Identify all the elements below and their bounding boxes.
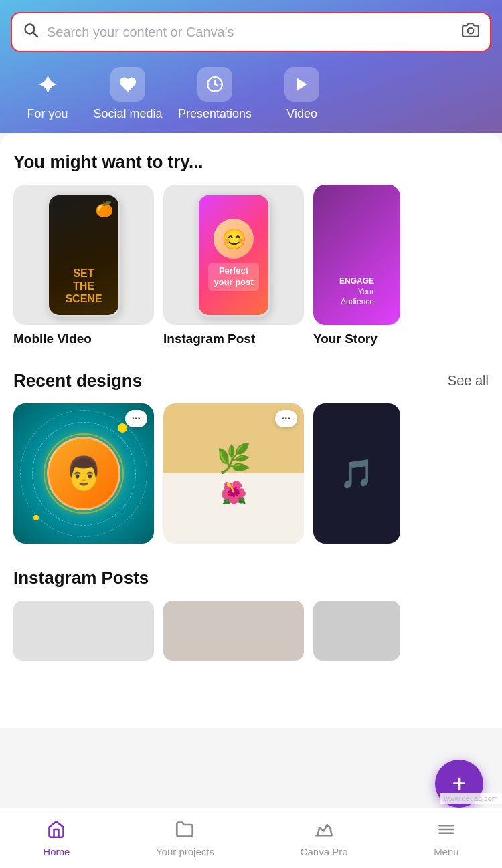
- tab-social-media[interactable]: Social media: [84, 67, 171, 133]
- search-placeholder: Search your content or Canva's: [47, 25, 454, 40]
- heart-icon: [110, 67, 145, 102]
- tab-for-you[interactable]: ✦ For you: [11, 67, 84, 133]
- recent-designs-title: Recent designs: [13, 370, 142, 391]
- tab-video[interactable]: Video: [258, 67, 345, 133]
- nav-canva-pro[interactable]: Canva Pro: [287, 815, 361, 863]
- nav-home-label: Home: [43, 846, 70, 857]
- main-content: You might want to try... 🍊 SET THE SCENE…: [0, 133, 502, 728]
- try-card-your-story[interactable]: ENGAGE Your Audience Your Story: [313, 185, 400, 346]
- header: Search your content or Canva's ✦ For you…: [0, 0, 502, 133]
- mobile-video-thumb: 🍊 SET THE SCENE: [13, 185, 154, 325]
- story-thumb: ENGAGE Your Audience: [313, 185, 400, 325]
- nav-menu-label: Menu: [434, 846, 459, 857]
- camera-icon[interactable]: [462, 21, 479, 43]
- tab-presentations-label: Presentations: [178, 107, 252, 121]
- mobile-video-label: Mobile Video: [13, 332, 92, 346]
- instagram-posts-title: Instagram Posts: [13, 568, 489, 588]
- search-bar[interactable]: Search your content or Canva's: [11, 12, 491, 52]
- mobile-video-mock: 🍊 SET THE SCENE: [47, 193, 120, 317]
- svg-line-1: [33, 33, 37, 37]
- bottom-nav: Home Your projects Canva Pro Menu: [0, 808, 502, 868]
- recent-card-2[interactable]: 🌿 🌺 ···: [163, 403, 304, 544]
- chart-icon: [197, 67, 232, 102]
- folder-icon: [175, 820, 194, 843]
- phone-frame-1: 🍊 SET THE SCENE: [47, 193, 120, 317]
- menu-icon: [437, 820, 456, 843]
- nav-home[interactable]: Home: [29, 815, 83, 863]
- tab-video-label: Video: [286, 107, 317, 121]
- play-icon: [284, 67, 319, 102]
- see-all-button[interactable]: See all: [448, 373, 489, 389]
- category-tabs: ✦ For you Social media Presentations: [11, 67, 491, 133]
- try-section-title: You might want to try...: [13, 152, 489, 173]
- instagram-post-label: Instagram Post: [163, 332, 255, 346]
- try-card-instagram-post[interactable]: 😊 Perfect your post Instagram Post: [163, 185, 304, 346]
- recent-card-bg-3: 🎵: [313, 403, 400, 544]
- instagram-post-thumb: 😊 Perfect your post: [163, 185, 304, 325]
- set-the-scene-text: SET THE SCENE: [65, 267, 102, 306]
- instagram-mock: 😊 Perfect your post: [197, 193, 270, 317]
- svg-point-2: [468, 28, 474, 34]
- recent-card-1-more[interactable]: ···: [125, 410, 147, 427]
- perfect-post-text: Perfect your post: [208, 263, 258, 291]
- tab-social-media-label: Social media: [93, 107, 162, 121]
- svg-marker-4: [297, 78, 307, 91]
- nav-menu[interactable]: Menu: [420, 815, 473, 863]
- tab-presentations[interactable]: Presentations: [171, 67, 258, 133]
- your-story-label: Your Story: [313, 332, 378, 346]
- nav-projects[interactable]: Your projects: [143, 815, 228, 863]
- fruit-icon: 🍊: [95, 201, 113, 218]
- recent-card-1[interactable]: 👨 ···: [13, 403, 154, 544]
- insta-phone: 😊 Perfect your post: [197, 193, 270, 317]
- recent-card-3[interactable]: 🎵: [313, 403, 400, 544]
- search-icon: [23, 22, 39, 42]
- crown-icon: [315, 820, 333, 843]
- tab-for-you-label: For you: [27, 107, 68, 121]
- recent-card-2-more[interactable]: ···: [275, 410, 297, 427]
- try-card-mobile-video[interactable]: 🍊 SET THE SCENE Mobile Video: [13, 185, 154, 346]
- home-icon: [47, 820, 66, 843]
- nav-projects-label: Your projects: [156, 846, 214, 857]
- instagram-posts-section: Instagram Posts: [13, 568, 489, 661]
- sparkle-icon: ✦: [30, 67, 65, 102]
- phone-inner-1: 🍊 SET THE SCENE: [49, 195, 118, 315]
- recent-designs-header: Recent designs See all: [13, 370, 489, 391]
- nav-canva-pro-label: Canva Pro: [301, 846, 348, 857]
- try-cards-list: 🍊 SET THE SCENE Mobile Video 😊: [13, 185, 489, 346]
- recent-cards-list: 👨 ··· 🌿 🌺: [13, 403, 489, 544]
- watermark: www.deuaq.com: [440, 793, 502, 804]
